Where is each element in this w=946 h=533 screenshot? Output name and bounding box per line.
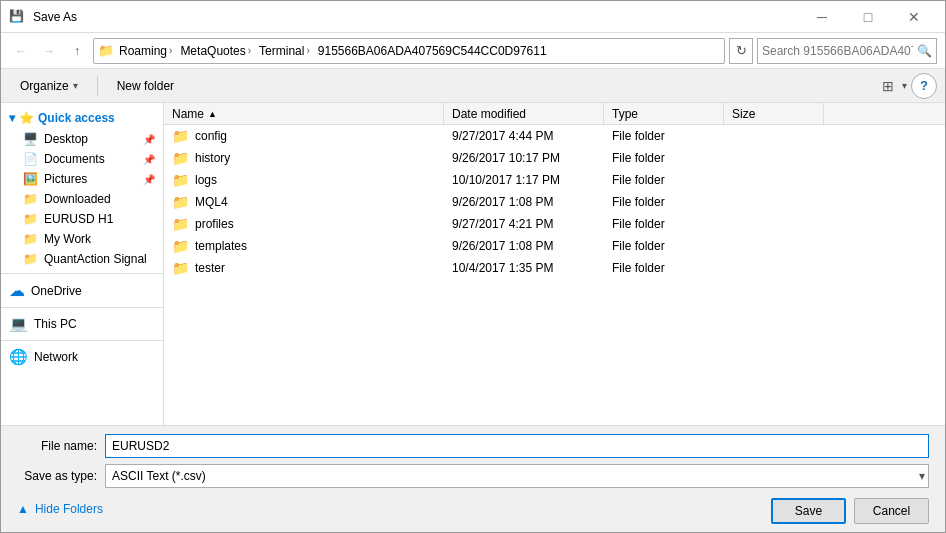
quick-access-header[interactable]: ▾ ⭐ Quick access [1, 107, 163, 129]
search-box: 🔍 [757, 38, 937, 64]
file-cell-name: 📁 history [164, 150, 444, 166]
table-row[interactable]: 📁 MQL4 9/26/2017 1:08 PM File folder [164, 191, 945, 213]
quick-access-chevron: ▾ [9, 111, 15, 125]
new-folder-button[interactable]: New folder [106, 73, 185, 99]
bottom-buttons: Save Cancel [771, 498, 929, 524]
breadcrumb-sep-2: › [248, 45, 251, 56]
col-header-size[interactable]: Size [724, 103, 824, 124]
file-cell-type: File folder [604, 239, 724, 253]
file-cell-name: 📁 profiles [164, 216, 444, 232]
col-type-label: Type [612, 107, 638, 121]
eurusd-icon: 📁 [23, 212, 38, 226]
breadcrumb-sep-1: › [169, 45, 172, 56]
sidebar-item-eurusd[interactable]: 📁 EURUSD H1 [1, 209, 163, 229]
forward-button[interactable]: → [37, 39, 61, 63]
sidebar-item-desktop[interactable]: 🖥️ Desktop 📌 [1, 129, 163, 149]
file-cell-name: 📁 tester [164, 260, 444, 276]
col-header-type[interactable]: Type [604, 103, 724, 124]
breadcrumb-bar: 📁 Roaming › MetaQuotes › Terminal › 9155… [93, 38, 725, 64]
folder-icon: 📁 [172, 260, 189, 276]
cancel-button[interactable]: Cancel [854, 498, 929, 524]
organize-button[interactable]: Organize ▾ [9, 73, 89, 99]
breadcrumb-guid[interactable]: 915566BA06ADA407569C544CC0D97611 [315, 43, 550, 59]
bottom-footer: ▲ Hide Folders Save Cancel [17, 494, 929, 524]
sidebar-item-pictures[interactable]: 🖼️ Pictures 📌 [1, 169, 163, 189]
sidebar-item-network[interactable]: 🌐 Network [1, 345, 163, 369]
save-as-type-label: Save as type: [17, 469, 97, 483]
close-button[interactable]: ✕ [891, 1, 937, 33]
table-row[interactable]: 📁 templates 9/26/2017 1:08 PM File folde… [164, 235, 945, 257]
file-name: MQL4 [195, 195, 228, 209]
file-cell-name: 📁 logs [164, 172, 444, 188]
table-row[interactable]: 📁 profiles 9/27/2017 4:21 PM File folder [164, 213, 945, 235]
breadcrumb-terminal-label: Terminal [259, 44, 304, 58]
breadcrumb-metaquotes-label: MetaQuotes [180, 44, 245, 58]
hide-folders-button[interactable]: ▲ Hide Folders [17, 498, 103, 520]
sidebar-item-thispc[interactable]: 💻 This PC [1, 312, 163, 336]
col-size-label: Size [732, 107, 755, 121]
folder-icon: 📁 [172, 128, 189, 144]
folder-icon: 📁 [172, 194, 189, 210]
sidebar-item-documents[interactable]: 📄 Documents 📌 [1, 149, 163, 169]
up-button[interactable]: ↑ [65, 39, 89, 63]
minimize-button[interactable]: ─ [799, 1, 845, 33]
view-dropdown-icon: ▾ [902, 80, 907, 91]
network-label: Network [34, 350, 78, 364]
network-section: 🌐 Network [1, 345, 163, 369]
toolbar-separator [97, 76, 98, 96]
downloaded-label: Downloaded [44, 192, 111, 206]
search-input[interactable] [762, 44, 913, 58]
file-cell-type: File folder [604, 195, 724, 209]
sidebar-item-downloaded[interactable]: 📁 Downloaded [1, 189, 163, 209]
table-row[interactable]: 📁 logs 10/10/2017 1:17 PM File folder [164, 169, 945, 191]
help-button[interactable]: ? [911, 73, 937, 99]
maximize-button[interactable]: □ [845, 1, 891, 33]
file-cell-type: File folder [604, 151, 724, 165]
back-button[interactable]: ← [9, 39, 33, 63]
thispc-label: This PC [34, 317, 77, 331]
refresh-button[interactable]: ↻ [729, 38, 753, 64]
folder-icon: 📁 [172, 238, 189, 254]
desktop-icon: 🖥️ [23, 132, 38, 146]
folder-icon: 📁 [172, 216, 189, 232]
breadcrumb-roaming[interactable]: Roaming › [116, 43, 175, 59]
file-name: config [195, 129, 227, 143]
col-header-date[interactable]: Date modified [444, 103, 604, 124]
bottom-panel: File name: Save as type: ASCII Text (*.c… [1, 425, 945, 532]
file-name-input[interactable] [105, 434, 929, 458]
onedrive-icon: ☁ [9, 281, 25, 300]
documents-icon: 📄 [23, 152, 38, 166]
title-controls: ─ □ ✕ [799, 1, 937, 33]
file-name: history [195, 151, 230, 165]
quick-access-section: ▾ ⭐ Quick access 🖥️ Desktop 📌 📄 Document… [1, 107, 163, 269]
pin-icon: 📌 [143, 134, 155, 145]
view-icon-button[interactable]: ⊞ [876, 74, 900, 98]
save-as-dialog: 💾 Save As ─ □ ✕ ← → ↑ 📁 Roaming › MetaQu… [0, 0, 946, 533]
thispc-icon: 💻 [9, 315, 28, 333]
col-header-name[interactable]: Name ▲ [164, 103, 444, 124]
sidebar-item-mywork[interactable]: 📁 My Work [1, 229, 163, 249]
table-row[interactable]: 📁 history 9/26/2017 10:17 PM File folder [164, 147, 945, 169]
col-date-label: Date modified [452, 107, 526, 121]
save-button[interactable]: Save [771, 498, 846, 524]
window-title: Save As [33, 10, 77, 24]
file-name-row: File name: [17, 434, 929, 458]
file-name-label: File name: [17, 439, 97, 453]
quick-access-label: ⭐ [19, 111, 34, 125]
hide-folders-label: Hide Folders [35, 502, 103, 516]
sidebar-item-quantaction[interactable]: 📁 QuantAction Signal [1, 249, 163, 269]
table-row[interactable]: 📁 tester 10/4/2017 1:35 PM File folder [164, 257, 945, 279]
breadcrumb-terminal[interactable]: Terminal › [256, 43, 313, 59]
table-row[interactable]: 📁 config 9/27/2017 4:44 PM File folder [164, 125, 945, 147]
mywork-label: My Work [44, 232, 91, 246]
sidebar-item-onedrive[interactable]: ☁ OneDrive [1, 278, 163, 303]
downloaded-icon: 📁 [23, 192, 38, 206]
save-as-type-select[interactable]: ASCII Text (*.csv) [105, 464, 929, 488]
breadcrumb-metaquotes[interactable]: MetaQuotes › [177, 43, 254, 59]
quantaction-icon: 📁 [23, 252, 38, 266]
file-cell-date: 9/27/2017 4:21 PM [444, 217, 604, 231]
quick-access-text: Quick access [38, 111, 115, 125]
sidebar-divider-3 [1, 340, 163, 341]
window-icon: 💾 [9, 9, 25, 25]
file-cell-date: 10/4/2017 1:35 PM [444, 261, 604, 275]
